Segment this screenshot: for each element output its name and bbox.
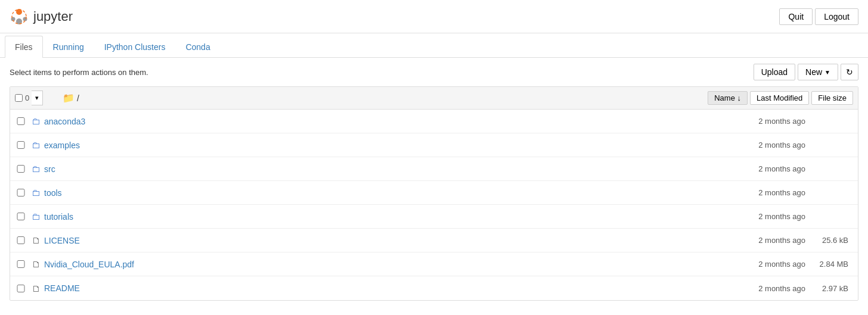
new-button-label: New (805, 67, 822, 77)
row-checkbox[interactable] (15, 285, 27, 292)
select-all-checkbox[interactable] (15, 94, 23, 102)
row-checkbox[interactable] (15, 165, 27, 173)
new-button[interactable]: New ▼ (798, 64, 838, 80)
file-modified: 2 months ago (722, 284, 805, 293)
table-row: 🗀 src 2 months ago (10, 157, 858, 181)
sort-size-button[interactable]: File size (811, 91, 853, 105)
main-tabs: Files Running IPython Clusters Conda (0, 36, 868, 58)
tab-ipython-clusters[interactable]: IPython Clusters (94, 36, 176, 58)
table-row: 🗀 tutorials 2 months ago (10, 205, 858, 229)
select-hint: Select items to perform actions on them. (10, 68, 148, 77)
row-checkbox[interactable] (15, 213, 27, 220)
table-row: 🗀 anaconda3 2 months ago (10, 110, 858, 133)
toolbar: Select items to perform actions on them.… (0, 58, 868, 86)
file-icon: 🗋 (32, 235, 41, 245)
file-modified: 2 months ago (722, 141, 805, 149)
sort-buttons: Name ↓ Last Modified File size (708, 91, 853, 105)
row-checkbox[interactable] (15, 236, 27, 244)
row-checkbox[interactable] (15, 117, 27, 125)
row-checkbox[interactable] (15, 189, 27, 197)
header-actions: Quit Logout (779, 8, 858, 25)
file-size: 2.84 MB (805, 260, 853, 269)
tab-running[interactable]: Running (43, 36, 94, 58)
folder-icon: 🗀 (32, 188, 41, 198)
file-size: 2.97 kB (805, 284, 853, 293)
logout-button[interactable]: Logout (815, 8, 858, 25)
table-row: 🗋 Nvidia_Cloud_EULA.pdf 2 months ago 2.8… (10, 252, 858, 276)
checked-count: 0 (25, 93, 29, 102)
file-name-link[interactable]: src (44, 164, 722, 174)
file-name-link[interactable]: examples (44, 141, 722, 150)
file-icon: 🗋 (32, 259, 41, 269)
file-modified: 2 months ago (722, 188, 805, 197)
row-checkbox[interactable] (15, 260, 27, 268)
row-checkbox[interactable] (15, 141, 27, 149)
file-list: 0 ▾ 📁 / Name ↓ Last Modified File size 🗀… (10, 86, 858, 301)
quit-button[interactable]: Quit (779, 8, 813, 25)
upload-button[interactable]: Upload (754, 64, 795, 80)
header-checkbox-area: 0 ▾ (15, 91, 63, 105)
file-name-link[interactable]: README (44, 283, 722, 293)
tab-files[interactable]: Files (5, 36, 43, 58)
file-modified: 2 months ago (722, 236, 805, 245)
refresh-button[interactable]: ↻ (841, 64, 858, 80)
table-row: 🗋 README 2 months ago 2.97 kB (10, 276, 858, 300)
table-row: 🗀 tools 2 months ago (10, 181, 858, 205)
sort-modified-button[interactable]: Last Modified (750, 91, 809, 105)
new-dropdown-arrow-icon: ▼ (824, 69, 830, 76)
breadcrumb-path: 📁 / (63, 92, 708, 104)
file-name-link[interactable]: Nvidia_Cloud_EULA.pdf (44, 260, 722, 269)
folder-icon: 📁 (63, 92, 75, 104)
sort-name-button[interactable]: Name ↓ (708, 91, 748, 105)
new-button-group: New ▼ (798, 64, 838, 80)
file-modified: 2 months ago (722, 117, 805, 126)
file-modified: 2 months ago (722, 212, 805, 221)
folder-icon: 🗀 (32, 211, 41, 222)
header: jupyter Quit Logout (0, 0, 868, 33)
file-name-link[interactable]: tutorials (44, 212, 722, 222)
file-list-header: 0 ▾ 📁 / Name ↓ Last Modified File size (10, 87, 858, 110)
folder-icon: 🗀 (32, 116, 41, 126)
jupyter-logo-icon (10, 7, 29, 26)
path-separator: / (77, 93, 79, 103)
tab-conda[interactable]: Conda (175, 36, 220, 58)
table-row: 🗀 examples 2 months ago (10, 133, 858, 157)
file-name-link[interactable]: tools (44, 188, 722, 198)
file-name-link[interactable]: anaconda3 (44, 117, 722, 126)
toolbar-right: Upload New ▼ ↻ (754, 64, 858, 80)
folder-icon: 🗀 (32, 140, 41, 150)
file-modified: 2 months ago (722, 260, 805, 269)
refresh-icon: ↻ (846, 67, 853, 77)
select-dropdown-button[interactable]: ▾ (32, 91, 43, 105)
file-modified: 2 months ago (722, 164, 805, 173)
logo: jupyter (10, 7, 73, 26)
file-rows: 🗀 anaconda3 2 months ago 🗀 examples 2 mo… (10, 110, 858, 300)
folder-icon: 🗀 (32, 164, 41, 174)
file-icon: 🗋 (32, 283, 41, 294)
file-name-link[interactable]: LICENSE (44, 236, 722, 245)
logo-text: jupyter (33, 9, 73, 24)
file-size: 25.6 kB (805, 236, 853, 245)
table-row: 🗋 LICENSE 2 months ago 25.6 kB (10, 229, 858, 252)
